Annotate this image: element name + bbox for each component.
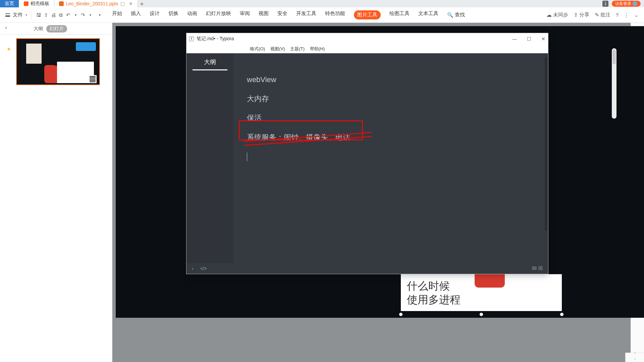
ribbon-tab-insert[interactable]: 插入: [131, 10, 141, 19]
ribbon-tab-slideshow[interactable]: 幻灯片放映: [206, 10, 231, 19]
panel-tab-slides[interactable]: 幻灯片: [46, 25, 67, 33]
thumb-avatar: [26, 44, 42, 64]
hamburger-icon: [5, 13, 10, 17]
export-icon[interactable]: ⇪: [43, 12, 49, 18]
status-up-icon[interactable]: ˄: [634, 352, 636, 357]
slide-image-figure: [488, 274, 562, 311]
quickaccess-menu-icon[interactable]: ▾: [97, 12, 103, 18]
typora-outline-label[interactable]: 大纲: [186, 53, 233, 69]
editor-scrollbar[interactable]: [545, 57, 547, 231]
typora-titlebar[interactable]: T 笔记.md• - Typora — ☐ ✕: [186, 33, 548, 45]
window-maximize-button[interactable]: ☐: [527, 36, 531, 42]
ribbon-tab-animation[interactable]: 动画: [187, 10, 197, 19]
tab-close-icon[interactable]: ✕: [129, 1, 133, 6]
print-icon[interactable]: 🖨: [50, 12, 56, 18]
editor-line-1: webView: [247, 70, 535, 89]
notification-badge[interactable]: 1: [602, 1, 608, 7]
tab-home[interactable]: 首页: [0, 0, 19, 7]
pptx-icon: [59, 1, 64, 6]
window-minimize-button[interactable]: —: [512, 36, 517, 42]
slide-image-object[interactable]: 什么时候 使用多进程: [401, 274, 562, 311]
text-caret: [247, 153, 247, 161]
editor-line-4: 系统服务：闹钟、摄像头、电话: [247, 128, 350, 147]
tab-window-icon[interactable]: ▢: [120, 1, 125, 6]
ribbon-tab-design[interactable]: 设计: [150, 10, 160, 19]
login-button[interactable]: 访客登录: [612, 1, 641, 7]
stage-scrollbar[interactable]: [612, 48, 616, 119]
tab-add-button[interactable]: ＋: [138, 0, 146, 7]
thumb-qr-code: [89, 75, 97, 83]
status-down-icon[interactable]: ˅: [634, 358, 636, 362]
typora-footer: ‹ </> 38 词: [186, 263, 548, 274]
typora-editor[interactable]: webView 大内存 保活 系统服务：闹钟、摄像头、电话: [233, 53, 548, 263]
print-preview-icon[interactable]: ⧉: [58, 12, 64, 18]
ribbon-tab-view[interactable]: 视图: [259, 10, 269, 19]
share-icon: ⇪: [574, 12, 578, 18]
ribbon-tab-picture-tools[interactable]: 图片工具: [354, 10, 381, 19]
typora-body: 大纲 webView 大内存 保活 系统服务：闹钟、摄像头、电话: [186, 53, 548, 263]
typora-wordcount[interactable]: 38 词: [532, 265, 543, 272]
redo-icon[interactable]: ↷: [80, 12, 86, 18]
slide-thumbnail-1[interactable]: [16, 38, 100, 85]
typora-back-icon[interactable]: ‹: [192, 266, 194, 271]
tab-dkm-template[interactable]: 稻壳模板: [19, 0, 54, 7]
slide-text-line1: 什么时候: [407, 279, 482, 293]
handle-mid[interactable]: [480, 313, 483, 316]
share-label: 分享: [579, 12, 589, 18]
ribbon-search[interactable]: 🔍查找: [447, 10, 465, 19]
typora-app-icon: T: [189, 37, 194, 41]
collapse-panel-icon[interactable]: «: [5, 25, 7, 30]
help-button[interactable]: ?: [616, 12, 619, 18]
thumb-bluechip: [76, 42, 96, 51]
share-button[interactable]: ⇪分享: [574, 12, 589, 18]
annotate-label: 批注: [600, 12, 610, 18]
handle-right[interactable]: [560, 313, 564, 316]
typora-outline-underline: [193, 69, 227, 70]
tab-dkm-label: 稻壳模板: [31, 1, 49, 7]
ribbon-tab-review[interactable]: 审阅: [240, 10, 250, 19]
undo-menu-icon[interactable]: ▾: [72, 12, 78, 18]
window-close-button[interactable]: ✕: [541, 36, 545, 42]
slide-stage: 🎓 学课堂 什么时候 使用多进程: [112, 23, 631, 362]
typora-menu-theme[interactable]: 主题(T): [290, 46, 305, 52]
redo-menu-icon[interactable]: ▾: [87, 12, 93, 18]
annotate-button[interactable]: ✎批注: [595, 12, 610, 18]
typora-menu-help[interactable]: 帮助(H): [310, 46, 325, 52]
cloud-icon: ☁: [546, 12, 552, 18]
chevron-down-icon: ▾: [25, 13, 27, 17]
typora-window: T 笔记.md• - Typora — ☐ ✕ 文件(F) 编辑(E) 段落(P…: [186, 33, 548, 274]
ribbon-tab-draw-tools[interactable]: 绘图工具: [389, 10, 410, 19]
workspace: « 大纲 幻灯片 ★ 🎓 学课堂 什么时候 使用: [0, 23, 644, 362]
tab-pptx-label: Leo_Binder_200311.pptx: [66, 1, 118, 6]
handle-left[interactable]: [399, 313, 402, 316]
typora-menu-view[interactable]: 视图(V): [270, 46, 285, 52]
search-icon: 🔍: [447, 12, 453, 18]
typora-menu-format[interactable]: 格式(O): [250, 46, 265, 52]
file-label: 文件: [13, 12, 23, 18]
scrollbar-thumb[interactable]: [612, 50, 616, 64]
typora-source-icon[interactable]: </>: [200, 266, 207, 271]
slide-panel-tabs: 大纲 幻灯片: [0, 23, 112, 35]
typora-outline-panel: 大纲: [186, 53, 233, 263]
annotate-icon: ✎: [595, 12, 599, 18]
ribbon-tab-text-tools[interactable]: 文本工具: [418, 10, 438, 19]
sync-label: 未同步: [553, 12, 568, 18]
ribbon-tab-featured[interactable]: 特色功能: [325, 10, 345, 19]
ribbon-tab-security[interactable]: 安全: [277, 10, 287, 19]
ribbon-tab-start[interactable]: 开始: [112, 10, 122, 19]
editor-line-caret: [247, 147, 535, 166]
star-icon[interactable]: ★: [7, 46, 11, 52]
slide-panel: « 大纲 幻灯片 ★: [0, 23, 112, 362]
undo-icon[interactable]: ↶: [65, 12, 71, 18]
tab-pptx-file[interactable]: Leo_Binder_200311.pptx ▢ ✕: [54, 0, 138, 7]
more-button[interactable]: ⋮: [624, 12, 629, 18]
collapse-ribbon-button[interactable]: ⌄: [634, 12, 639, 18]
ribbon-tab-devtools[interactable]: 开发工具: [296, 10, 316, 19]
file-menu[interactable]: 文件 ▾: [5, 12, 27, 18]
save-icon[interactable]: 🖫: [36, 12, 42, 18]
sync-status[interactable]: ☁未同步: [546, 12, 568, 18]
panel-tab-outline[interactable]: 大纲: [34, 26, 43, 32]
annotation-strike: [244, 135, 378, 145]
editor-line-2: 大内存: [247, 89, 535, 108]
ribbon-tab-transition[interactable]: 切换: [168, 10, 178, 19]
